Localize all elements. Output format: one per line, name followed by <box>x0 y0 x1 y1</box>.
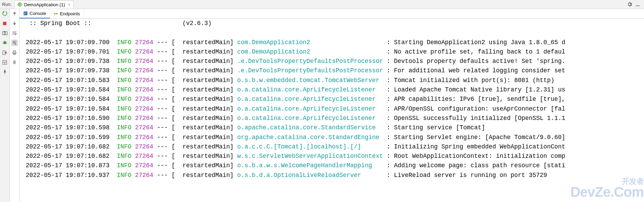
run-config-tab[interactable]: DemoApplication (1) × <box>14 0 73 9</box>
svg-point-16 <box>54 13 56 15</box>
log-line: 2022-05-17 19:07:10.590 INFO 27264 --- [… <box>26 114 644 123</box>
log-line: 2022-05-17 19:07:09.701 INFO 27264 --- [… <box>26 47 644 57</box>
log-line: 2022-05-17 19:07:10.873 INFO 27264 --- [… <box>26 161 644 170</box>
tab-console-label: Console <box>30 11 46 16</box>
down-icon[interactable] <box>11 20 18 26</box>
second-toolbar <box>10 9 19 202</box>
up-icon[interactable] <box>11 10 18 17</box>
minimize-icon[interactable] <box>635 2 641 7</box>
camera-icon[interactable] <box>2 30 8 36</box>
log-line: 2022-05-17 19:07:10.598 INFO 27264 --- [… <box>26 123 644 132</box>
soft-wrap-icon[interactable] <box>11 30 18 36</box>
delete-icon[interactable] <box>11 59 18 65</box>
log-line: 2022-05-17 19:07:10.599 INFO 27264 --- [… <box>26 133 644 142</box>
log-line: 2022-05-17 19:07:10.937 INFO 27264 --- [… <box>26 171 644 180</box>
print-icon[interactable] <box>11 49 18 56</box>
svg-rect-13 <box>14 50 16 52</box>
left-toolbar <box>0 9 10 202</box>
log-line: 2022-05-17 19:07:09.738 INFO 27264 --- [… <box>26 66 644 75</box>
svg-rect-6 <box>4 31 5 32</box>
svg-rect-3 <box>3 22 7 25</box>
run-config-tab-label: DemoApplication (1) <box>24 2 65 7</box>
spring-boot-icon <box>17 2 22 7</box>
console-icon <box>23 11 28 16</box>
sub-tabs: Console Endpoints <box>19 9 644 19</box>
tab-endpoints[interactable]: Endpoints <box>50 9 84 18</box>
log-line: 2022-05-17 19:07:09.738 INFO 27264 --- [… <box>26 57 644 66</box>
endpoints-icon <box>53 11 58 16</box>
tab-console[interactable]: Console <box>19 9 50 18</box>
scroll-to-end-icon[interactable] <box>11 40 18 46</box>
svg-point-17 <box>56 13 58 15</box>
log-line: 2022-05-17 19:07:10.682 INFO 27264 --- [… <box>26 152 644 161</box>
log-line: 2022-05-17 19:07:10.583 INFO 27264 --- [… <box>26 76 644 85</box>
log-line: 2022-05-17 19:07:09.700 INFO 27264 --- [… <box>26 38 644 47</box>
tab-endpoints-label: Endpoints <box>60 11 80 16</box>
pin-icon[interactable] <box>2 69 8 75</box>
stop-icon[interactable] <box>2 20 8 26</box>
log-line: 2022-05-17 19:07:10.584 INFO 27264 --- [… <box>26 85 644 95</box>
exit-icon[interactable] <box>2 49 8 56</box>
svg-rect-15 <box>23 11 27 15</box>
bug-rerun-icon[interactable] <box>2 40 8 46</box>
run-label: Run: <box>2 2 11 7</box>
body-area: Console Endpoints :: Spring Boot :: (v2.… <box>0 9 644 202</box>
console-output[interactable]: :: Spring Boot :: (v2.6.3) 2022-05-17 19… <box>19 19 644 202</box>
svg-rect-2 <box>636 5 640 6</box>
rerun-icon[interactable] <box>2 10 8 17</box>
run-tool-header: Run: DemoApplication (1) × <box>0 0 644 9</box>
svg-point-5 <box>4 32 6 34</box>
layout-icon[interactable] <box>2 59 8 65</box>
log-line: 2022-05-17 19:07:10.584 INFO 27264 --- [… <box>26 104 644 114</box>
log-line: 2022-05-17 19:07:10.584 INFO 27264 --- [… <box>26 95 644 104</box>
close-tab-icon[interactable]: × <box>68 2 70 7</box>
svg-rect-4 <box>2 32 7 35</box>
svg-rect-14 <box>14 53 16 55</box>
gear-icon[interactable] <box>627 2 632 7</box>
log-line: 2022-05-17 19:07:10.682 INFO 27264 --- [… <box>26 142 644 152</box>
main-panel: Console Endpoints :: Spring Boot :: (v2.… <box>19 9 644 202</box>
